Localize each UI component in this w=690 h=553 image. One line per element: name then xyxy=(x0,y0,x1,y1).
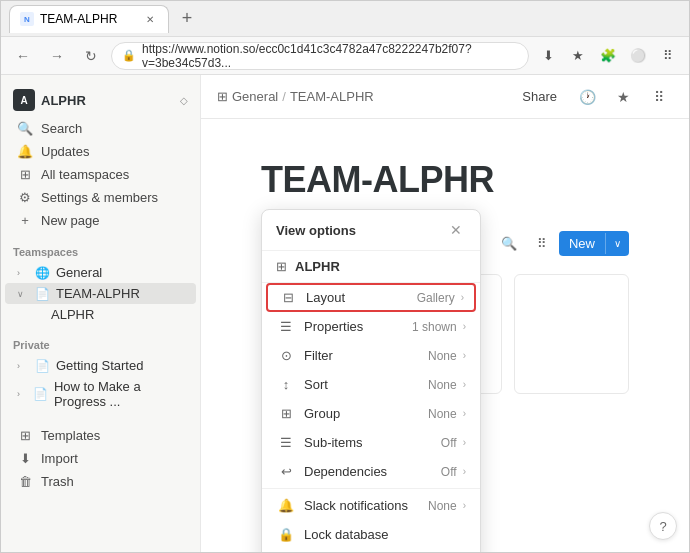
vo-view-icon: ⊞ xyxy=(276,259,287,274)
sidebar-item-team-alphr[interactable]: ∨ 📄 TEAM-ALPHR xyxy=(5,283,196,304)
layout-icon: ⊟ xyxy=(278,290,298,305)
download-icon[interactable]: ⬇ xyxy=(535,43,561,69)
forward-button[interactable]: → xyxy=(43,42,71,70)
address-bar[interactable]: 🔒 https://www.notion.so/ecc0c1d41c3c4782… xyxy=(111,42,529,70)
import-icon: ⬇ xyxy=(17,451,33,466)
sidebar-item-newpage[interactable]: + New page xyxy=(5,209,196,232)
bookmark-icon[interactable]: ★ xyxy=(565,43,591,69)
sidebar-label-import: Import xyxy=(41,451,78,466)
gallery-card-3[interactable] xyxy=(514,274,629,394)
browser-toolbar: ← → ↻ 🔒 https://www.notion.so/ecc0c1d41c… xyxy=(1,37,689,75)
history-icon[interactable]: 🕐 xyxy=(573,83,601,111)
lock-icon: 🔒 xyxy=(276,527,296,542)
teamspaces-section-label: Teamspaces xyxy=(1,232,200,262)
breadcrumb-parent[interactable]: General xyxy=(232,89,278,104)
browser-tab[interactable]: N TEAM-ALPHR ✕ xyxy=(9,5,169,33)
menu-icon[interactable]: ⠿ xyxy=(655,43,681,69)
vo-dependencies-caret: › xyxy=(463,466,466,477)
getting-started-label: Getting Started xyxy=(56,358,143,373)
app-content: A ALPHR ◇ 🔍 Search 🔔 Updates ⊞ All teams… xyxy=(1,75,689,552)
vo-layout-label: Layout xyxy=(306,290,417,305)
general-label: General xyxy=(56,265,102,280)
vo-group-caret: › xyxy=(463,408,466,419)
how-to-progress-caret: › xyxy=(17,389,27,399)
workspace-header[interactable]: A ALPHR ◇ xyxy=(1,83,200,117)
sidebar-label-settings: Settings & members xyxy=(41,190,158,205)
vo-group-label: Group xyxy=(304,406,428,421)
tab-favicon: N xyxy=(20,12,34,26)
workspace-caret: ◇ xyxy=(180,95,188,106)
how-to-progress-icon: 📄 xyxy=(33,387,48,401)
new-tab-button[interactable]: + xyxy=(173,5,201,33)
vo-sort-caret: › xyxy=(463,379,466,390)
vo-row-group[interactable]: ⊞ Group None › xyxy=(262,399,480,428)
profile-icon[interactable]: ⚪ xyxy=(625,43,651,69)
vo-sort-label: Sort xyxy=(304,377,428,392)
trash-icon: 🗑 xyxy=(17,474,33,489)
templates-icon: ⊞ xyxy=(17,428,33,443)
breadcrumb-page-icon: ⊞ xyxy=(217,89,228,104)
vo-row-slack[interactable]: 🔔 Slack notifications None › xyxy=(262,491,480,520)
vo-row-filter[interactable]: ⊙ Filter None › xyxy=(262,341,480,370)
view-options-header: View options ✕ xyxy=(262,210,480,251)
vo-dependencies-value: Off xyxy=(441,465,457,479)
db-search-button[interactable]: 🔍 xyxy=(493,232,525,255)
share-button[interactable]: Share xyxy=(514,85,565,108)
topbar: ⊞ General / TEAM-ALPHR Share 🕐 ★ ⠿ xyxy=(201,75,689,119)
sidebar: A ALPHR ◇ 🔍 Search 🔔 Updates ⊞ All teams… xyxy=(1,75,201,552)
more-icon[interactable]: ⠿ xyxy=(645,83,673,111)
browser-toolbar-icons: ⬇ ★ 🧩 ⚪ ⠿ xyxy=(535,43,681,69)
sidebar-item-import[interactable]: ⬇ Import xyxy=(5,447,196,470)
new-button[interactable]: New ∨ xyxy=(559,231,629,256)
address-text: https://www.notion.so/ecc0c1d41c3c4782a4… xyxy=(142,42,518,70)
workspace-icon: A xyxy=(13,89,35,111)
vo-properties-label: Properties xyxy=(304,319,412,334)
db-more-button[interactable]: ⠿ xyxy=(529,232,555,255)
refresh-button[interactable]: ↻ xyxy=(77,42,105,70)
sidebar-item-templates[interactable]: ⊞ Templates xyxy=(5,424,196,447)
general-caret: › xyxy=(17,268,29,278)
favorite-icon[interactable]: ★ xyxy=(609,83,637,111)
breadcrumb-separator: / xyxy=(282,89,286,104)
help-button[interactable]: ? xyxy=(649,512,677,540)
sidebar-label-teamspaces: All teamspaces xyxy=(41,167,129,182)
view-options-title: View options xyxy=(276,223,356,238)
vo-properties-caret: › xyxy=(463,321,466,332)
sidebar-item-teamspaces[interactable]: ⊞ All teamspaces xyxy=(5,163,196,186)
page-title: TEAM-ALPHR xyxy=(261,159,629,201)
vo-row-properties[interactable]: ☰ Properties 1 shown › xyxy=(262,312,480,341)
sidebar-item-getting-started[interactable]: › 📄 Getting Started xyxy=(5,355,196,376)
team-alphr-caret: ∨ xyxy=(17,289,29,299)
extension-icon[interactable]: 🧩 xyxy=(595,43,621,69)
browser-titlebar: N TEAM-ALPHR ✕ + xyxy=(1,1,689,37)
sidebar-item-general[interactable]: › 🌐 General xyxy=(5,262,196,283)
general-icon: 🌐 xyxy=(35,266,50,280)
group-icon: ⊞ xyxy=(276,406,296,421)
vo-subitems-label: Sub-items xyxy=(304,435,441,450)
vo-row-subitems[interactable]: ☰ Sub-items Off › xyxy=(262,428,480,457)
vo-row-copylink[interactable]: 🔗 Copy link to view xyxy=(262,549,480,552)
page-area: TEAM-ALPHR ⊞ ALPHR ∨ Filter Sort 🔍 ⠿ New xyxy=(201,119,689,552)
vo-row-dependencies[interactable]: ↩ Dependencies Off › xyxy=(262,457,480,486)
sidebar-item-trash[interactable]: 🗑 Trash xyxy=(5,470,196,493)
slack-icon: 🔔 xyxy=(276,498,296,513)
sidebar-item-settings[interactable]: ⚙ Settings & members xyxy=(5,186,196,209)
back-button[interactable]: ← xyxy=(9,42,37,70)
updates-icon: 🔔 xyxy=(17,144,33,159)
sidebar-item-alphr-child[interactable]: ALPHR xyxy=(5,304,196,325)
view-options-panel: View options ✕ ⊞ ALPHR ⊟ Layout Gallery xyxy=(261,209,481,552)
vo-layout-caret: › xyxy=(461,292,464,303)
sidebar-item-updates[interactable]: 🔔 Updates xyxy=(5,140,196,163)
vo-slack-caret: › xyxy=(463,500,466,511)
dependencies-icon: ↩ xyxy=(276,464,296,479)
vo-row-lock[interactable]: 🔒 Lock database xyxy=(262,520,480,549)
vo-row-sort[interactable]: ↕ Sort None › xyxy=(262,370,480,399)
tab-title: TEAM-ALPHR xyxy=(40,12,117,26)
search-icon: 🔍 xyxy=(17,121,33,136)
view-options-close-button[interactable]: ✕ xyxy=(446,220,466,240)
tab-close-button[interactable]: ✕ xyxy=(142,11,158,27)
sidebar-item-how-to-progress[interactable]: › 📄 How to Make a Progress ... xyxy=(5,376,196,412)
vo-row-layout[interactable]: ⊟ Layout Gallery › xyxy=(266,283,476,312)
sidebar-item-search[interactable]: 🔍 Search xyxy=(5,117,196,140)
vo-subitems-caret: › xyxy=(463,437,466,448)
